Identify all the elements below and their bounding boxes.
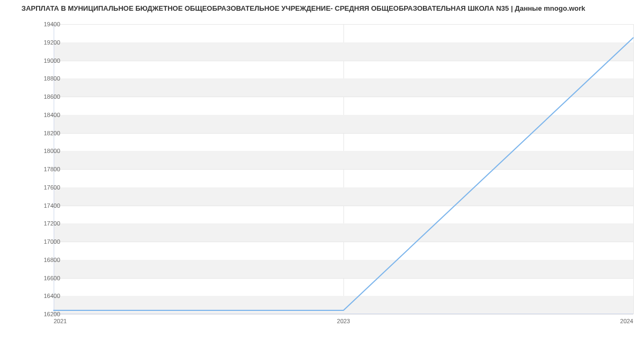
y-tick-label: 19000: [43, 57, 60, 64]
x-tick-label: 2024: [620, 318, 633, 324]
y-tick-label: 17400: [43, 202, 60, 209]
y-tick-label: 17000: [43, 238, 60, 245]
plot-area: 202120232024: [54, 24, 633, 314]
chart-container: ЗАРПЛАТА В МУНИЦИПАЛЬНОЕ БЮДЖЕТНОЕ ОБЩЕО…: [0, 0, 644, 349]
y-tick-label: 17200: [43, 220, 60, 227]
y-tick-label: 18600: [43, 93, 60, 100]
x-tick-label: 2023: [337, 318, 350, 324]
chart-line-series: [54, 24, 633, 314]
y-tick-label: 18200: [43, 130, 60, 136]
y-tick-label: 16600: [43, 275, 60, 281]
y-tick-label: 18800: [43, 75, 60, 82]
y-tick-label: 17600: [43, 184, 60, 191]
y-tick-label: 19400: [43, 21, 60, 27]
x-tick-label: 2021: [54, 318, 67, 324]
y-gridline: [54, 314, 633, 315]
y-tick-label: 18000: [43, 148, 60, 154]
y-tick-label: 17800: [43, 166, 60, 172]
chart-title: ЗАРПЛАТА В МУНИЦИПАЛЬНОЕ БЮДЖЕТНОЕ ОБЩЕО…: [21, 4, 586, 12]
y-tick-label: 19200: [43, 39, 60, 46]
plot-inner: 202120232024: [54, 24, 633, 314]
y-tick-label: 16400: [43, 293, 60, 299]
x-gridline: [633, 24, 634, 314]
y-tick-label: 16800: [43, 257, 60, 263]
y-tick-label: 16200: [43, 311, 60, 317]
y-tick-label: 18400: [43, 112, 60, 118]
